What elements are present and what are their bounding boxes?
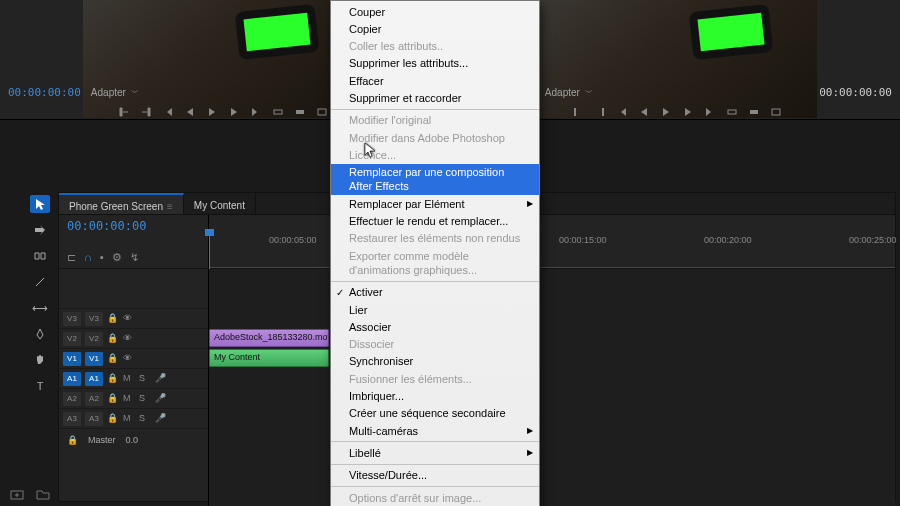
go-to-out-icon[interactable] (702, 105, 718, 119)
context-menu-item[interactable]: Remplacer par Elément (331, 195, 539, 212)
razor-tool[interactable] (30, 273, 50, 291)
export-frame-icon[interactable] (314, 105, 330, 119)
mark-in-icon[interactable] (570, 105, 586, 119)
context-menu-item[interactable]: Supprimer et raccorder (331, 89, 539, 106)
lift-icon[interactable] (724, 105, 740, 119)
solo-icon[interactable]: S (139, 373, 151, 385)
context-menu-item[interactable]: Effectuer le rendu et remplacer... (331, 213, 539, 230)
track-patch[interactable]: A1 (85, 372, 103, 386)
svg-rect-5 (772, 109, 780, 115)
context-menu-item[interactable]: Synchroniser (331, 353, 539, 370)
wrench-icon[interactable]: ↯ (130, 251, 139, 264)
ruler-tick: 00:00:15:00 (559, 235, 607, 245)
ripple-edit-tool[interactable] (30, 247, 50, 265)
program-zoom-dropdown[interactable]: Adapter﹀ (545, 87, 593, 98)
eye-icon[interactable]: 👁 (123, 333, 135, 345)
extract-icon[interactable] (746, 105, 762, 119)
context-menu-item[interactable]: Multi-caméras (331, 422, 539, 439)
timeline-ruler[interactable]: 00:00:05:0000:00:10:0000:00:15:0000:00:2… (209, 215, 895, 268)
type-tool[interactable]: T (30, 377, 50, 395)
timeline-playhead-timecode[interactable]: 00:00:00:00 (67, 219, 200, 233)
source-timecode[interactable]: 00:00:00:00 (8, 86, 81, 99)
lock-icon[interactable]: 🔒 (107, 333, 119, 345)
clip-v1[interactable]: My Content (209, 349, 329, 367)
step-back-icon[interactable] (182, 105, 198, 119)
hand-tool[interactable] (30, 351, 50, 369)
mark-out-icon[interactable] (138, 105, 154, 119)
mark-in-icon[interactable] (116, 105, 132, 119)
go-to-in-icon[interactable] (614, 105, 630, 119)
linked-selection-icon[interactable]: ∩ (84, 251, 92, 264)
ruler-tick: 00:00:05:00 (269, 235, 317, 245)
track-patch[interactable]: V1 (85, 352, 103, 366)
eye-icon[interactable]: 👁 (123, 353, 135, 365)
mute-icon[interactable]: M (123, 393, 135, 405)
solo-icon[interactable]: S (139, 413, 151, 425)
mute-icon[interactable]: M (123, 373, 135, 385)
track-patch[interactable]: A3 (85, 412, 103, 426)
track-content[interactable]: AdobeStock_185133280.mov My Content (209, 269, 895, 506)
lock-icon[interactable]: 🔒 (107, 373, 119, 385)
sequence-tab[interactable]: My Content (184, 193, 256, 214)
context-menu-item[interactable]: Effacer (331, 72, 539, 89)
export-frame-icon[interactable] (768, 105, 784, 119)
selection-tool[interactable] (30, 195, 50, 213)
track-target[interactable]: A3 (63, 412, 81, 426)
context-menu-item[interactable]: Créer une séquence secondaire (331, 405, 539, 422)
context-menu-item[interactable]: Remplacer par une composition After Effe… (331, 164, 539, 196)
play-icon[interactable] (658, 105, 674, 119)
voiceover-icon[interactable]: 🎤 (155, 393, 167, 405)
folder-icon[interactable] (36, 488, 50, 500)
slip-tool[interactable]: ⟷ (30, 299, 50, 317)
track-target[interactable]: V1 (63, 352, 81, 366)
context-menu-item[interactable]: Activer (331, 284, 539, 301)
lock-icon[interactable]: 🔒 (107, 313, 119, 325)
voiceover-icon[interactable]: 🎤 (155, 373, 167, 385)
marker-icon[interactable]: ▪ (100, 251, 104, 264)
step-forward-icon[interactable] (226, 105, 242, 119)
go-to-out-icon[interactable] (248, 105, 264, 119)
mark-out-icon[interactable] (592, 105, 608, 119)
track-target[interactable]: A2 (63, 392, 81, 406)
clip-v2[interactable]: AdobeStock_185133280.mov (209, 329, 329, 347)
track-select-tool[interactable] (30, 221, 50, 239)
tool-strip: ⟷ T (30, 195, 52, 395)
track-target[interactable]: V3 (63, 312, 81, 326)
settings-icon[interactable]: ⚙ (112, 251, 122, 264)
context-menu-item[interactable]: Copier (331, 20, 539, 37)
context-menu-item[interactable]: Lier (331, 301, 539, 318)
track-patch[interactable]: A2 (85, 392, 103, 406)
pen-tool[interactable] (30, 325, 50, 343)
lock-icon[interactable]: 🔒 (67, 435, 78, 445)
insert-icon[interactable] (270, 105, 286, 119)
master-value[interactable]: 0.0 (126, 435, 139, 445)
go-to-in-icon[interactable] (160, 105, 176, 119)
sequence-tab[interactable]: Phone Green Screen ≡ (59, 193, 184, 214)
source-zoom-dropdown[interactable]: Adapter﹀ (91, 87, 139, 98)
overwrite-icon[interactable] (292, 105, 308, 119)
track-patch[interactable]: V2 (85, 332, 103, 346)
menu-separator (331, 109, 539, 110)
context-menu-item[interactable]: Supprimer les attributs... (331, 55, 539, 72)
context-menu-item[interactable]: Libellé (331, 444, 539, 461)
eye-icon[interactable]: 👁 (123, 313, 135, 325)
snap-icon[interactable]: ⊏ (67, 251, 76, 264)
step-back-icon[interactable] (636, 105, 652, 119)
context-menu-item[interactable]: Associer (331, 318, 539, 335)
context-menu-item[interactable]: Imbriquer... (331, 388, 539, 405)
track-patch[interactable]: V3 (85, 312, 103, 326)
panel-menu-icon[interactable]: ≡ (167, 201, 173, 212)
context-menu-item[interactable]: Couper (331, 3, 539, 20)
lock-icon[interactable]: 🔒 (107, 393, 119, 405)
mute-icon[interactable]: M (123, 413, 135, 425)
step-forward-icon[interactable] (680, 105, 696, 119)
voiceover-icon[interactable]: 🎤 (155, 413, 167, 425)
context-menu-item[interactable]: Vitesse/Durée... (331, 467, 539, 484)
solo-icon[interactable]: S (139, 393, 151, 405)
new-item-icon[interactable] (10, 488, 24, 500)
lock-icon[interactable]: 🔒 (107, 353, 119, 365)
track-target[interactable]: A1 (63, 372, 81, 386)
lock-icon[interactable]: 🔒 (107, 413, 119, 425)
play-icon[interactable] (204, 105, 220, 119)
track-target[interactable]: V2 (63, 332, 81, 346)
